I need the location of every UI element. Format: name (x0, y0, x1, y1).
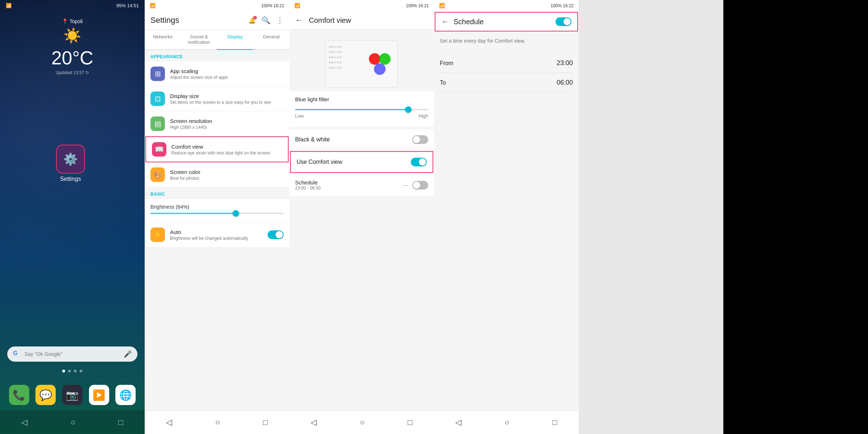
schedule-enable-toggle[interactable] (556, 17, 571, 26)
schedule-more-icon[interactable]: ⋯ (402, 181, 409, 189)
comfort-home-nav[interactable]: ○ (360, 418, 365, 427)
auto-brightness-item: ☀️ Auto Brightness will be changed autom… (145, 222, 289, 247)
phone-app[interactable]: 📞 (9, 385, 29, 405)
schedule-back-button[interactable]: ← (441, 17, 449, 26)
chrome-app[interactable]: 🌐 (115, 385, 136, 405)
tab-networks[interactable]: Networks (145, 30, 181, 50)
notification-bell[interactable]: 🔔 1 (248, 17, 256, 24)
comfort-view-icon: 📖 (152, 142, 166, 157)
camera-app[interactable]: 📷 (62, 385, 82, 405)
settings-panel: 📶 100% 16:21 Settings 🔔 1 🔍 ⋮ Networks S… (145, 0, 289, 434)
settings-app-header: Settings 🔔 1 🔍 ⋮ (145, 11, 289, 30)
sms-app[interactable]: 💬 (35, 385, 56, 405)
screen-color-icon: 🎨 (150, 167, 165, 182)
use-comfort-view-knob (419, 158, 426, 166)
comfort-view-title: Comfort view (309, 16, 351, 25)
comfort-view-item[interactable]: 📖 Comfort view Reduce eye strain with le… (145, 136, 289, 162)
comfort-back-nav[interactable]: ◁ (311, 418, 317, 427)
blue-filter-fill (295, 109, 408, 110)
display-size-sub: Set items on the screen to a size easy f… (170, 100, 271, 105)
page-dot-3[interactable] (74, 370, 77, 373)
tab-general[interactable]: General (253, 30, 289, 50)
settings-nav-bar: ◁ ○ □ (145, 410, 289, 434)
settings-app-icon[interactable]: ⚙️ Settings (51, 145, 90, 182)
schedule-time: 23:00 - 06:00 (295, 186, 321, 191)
schedule-panel: 📶 100% 16:22 ← Schedule Set a time every… (434, 0, 579, 434)
comfort-signal-icon: 📶 (294, 3, 300, 8)
screen-resolution-icon: ▤ (150, 116, 165, 131)
schedule-home-nav[interactable]: ○ (505, 418, 509, 427)
google-search-bar[interactable]: G 🎤 (7, 346, 137, 362)
settings-app-label: Settings (60, 176, 81, 182)
comfort-recent-nav[interactable]: □ (408, 418, 412, 427)
slider-low-label: Low (295, 113, 304, 119)
page-dot-1[interactable] (62, 370, 65, 373)
slider-high-label: High (418, 113, 428, 119)
schedule-time: 16:22 (563, 3, 574, 8)
brightness-item: Brightness (64%) (145, 199, 289, 222)
microphone-icon[interactable]: 🎤 (124, 350, 132, 358)
comfort-view-panel: 📶 100% 16:21 ← Comfort view A B C D E A … (289, 0, 434, 434)
more-options-icon[interactable]: ⋮ (276, 16, 284, 25)
app-scaling-item[interactable]: ⊞ App scaling Adjust the screen size of … (145, 61, 289, 86)
use-comfort-view-row: Use Comfort view (290, 151, 433, 173)
page-dot-4[interactable] (80, 370, 82, 373)
screen-resolution-label: Screen resolution (170, 118, 212, 124)
black-white-toggle[interactable] (412, 135, 428, 144)
settings-recent-nav[interactable]: □ (263, 418, 268, 427)
play-store-app[interactable]: ▶️ (89, 385, 109, 405)
blue-filter-thumb[interactable] (405, 106, 412, 113)
tab-display[interactable]: Display (217, 30, 253, 50)
schedule-back-nav[interactable]: ◁ (455, 418, 461, 427)
from-time-value[interactable]: 23:00 (557, 59, 573, 67)
from-label: From (440, 60, 453, 67)
back-nav-btn[interactable]: ◁ (21, 418, 27, 427)
black-white-knob (413, 136, 420, 143)
tab-sound[interactable]: Sound & notification (181, 30, 217, 50)
search-input[interactable] (25, 351, 120, 357)
auto-brightness-knob (276, 231, 283, 238)
schedule-label: Schedule (295, 179, 321, 186)
search-icon[interactable]: 🔍 (261, 16, 271, 25)
brightness-thumb[interactable] (233, 210, 239, 217)
app-scaling-icon: ⊞ (150, 67, 165, 81)
settings-signal-icon: 📶 (150, 3, 156, 8)
recent-nav-btn[interactable]: □ (118, 418, 123, 427)
settings-back-nav[interactable]: ◁ (166, 418, 172, 427)
schedule-description: Set a time every day for Comfort view. (440, 37, 573, 45)
app-scaling-sub: Adjust the screen size of apps (170, 75, 228, 80)
schedule-recent-nav[interactable]: □ (552, 418, 557, 427)
comfort-view-sub: Reduce eye strain with less blue light o… (171, 150, 271, 156)
home-nav-bar: ◁ ○ □ (0, 410, 145, 434)
header-icons: 🔔 1 🔍 ⋮ (248, 16, 284, 25)
schedule-content: Set a time every day for Comfort view. F… (434, 31, 579, 410)
home-screen: 📶 95% 14:51 📍 Topoli ☀️ 20°C Updated 13:… (0, 0, 145, 434)
display-size-item[interactable]: ⊡ Display size Set items on the screen t… (145, 86, 289, 111)
page-dots (0, 370, 145, 373)
schedule-row[interactable]: Schedule 23:00 - 06:00 ⋯ (289, 174, 434, 196)
comfort-status-bar: 📶 100% 16:21 (289, 0, 434, 11)
schedule-nav-bar: ◁ ○ □ (434, 410, 579, 434)
settings-home-nav[interactable]: ○ (215, 418, 220, 427)
black-white-row: Black & white (289, 129, 434, 150)
to-time-value[interactable]: 06:00 (557, 79, 573, 86)
schedule-toggle[interactable] (412, 181, 428, 190)
book-illustration: A B C D E A B C D E A B C D E A B C D E … (326, 41, 398, 88)
comfort-back-button[interactable]: ← (295, 16, 303, 25)
screen-color-label: Screen color (170, 169, 200, 175)
from-time-row[interactable]: From 23:00 (440, 54, 573, 73)
to-time-row[interactable]: To 06:00 (440, 73, 573, 93)
google-logo: G (13, 350, 21, 358)
comfort-view-content: Blue light filter Low High Black & white… (289, 91, 434, 410)
screen-color-item[interactable]: 🎨 Screen color Best for photos (145, 162, 289, 187)
home-nav-btn[interactable]: ○ (71, 418, 75, 427)
dock-apps: 📞 💬 📷 ▶️ 🌐 (6, 385, 139, 405)
screen-resolution-item[interactable]: ▤ Screen resolution High (2880 x 1440) (145, 111, 289, 136)
blue-filter-slider[interactable] (295, 109, 428, 110)
auto-brightness-toggle[interactable] (268, 230, 284, 239)
use-comfort-view-toggle[interactable] (411, 158, 427, 166)
page-dot-2[interactable] (68, 370, 71, 373)
app-scaling-label: App scaling (170, 68, 228, 74)
settings-gear-icon: ⚙️ (63, 152, 78, 166)
brightness-slider[interactable] (150, 213, 284, 214)
